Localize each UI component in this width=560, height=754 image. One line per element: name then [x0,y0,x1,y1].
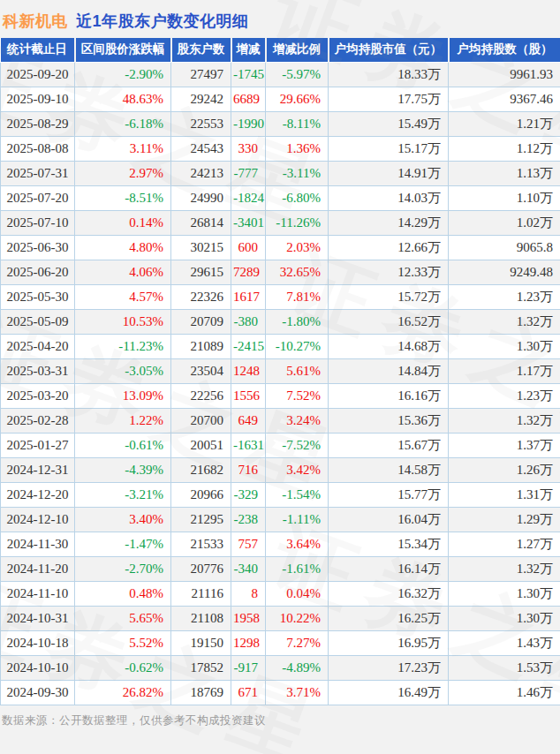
cell-date: 2024-12-31 [1,457,75,482]
column-header-change: 增减 [231,38,266,62]
cell-date: 2024-11-10 [1,581,75,606]
cell-date: 2025-07-31 [1,161,75,185]
cell-price-change: -2.70% [75,556,171,581]
cell-change-ratio: 1.36% [266,136,329,161]
table-header: 统计截止日区间股价涨跌幅股东户数增减增减比例户均持股市值（元）户均持股数（股） [1,38,560,62]
cell-date: 2025-05-30 [1,284,75,309]
column-header-date: 统计截止日 [1,38,75,62]
cell-price-change: -6.18% [75,111,171,136]
cell-change-ratio: 3.64% [266,532,329,556]
cell-change-ratio: 0.04% [266,581,329,606]
cell-change: 671 [231,680,266,705]
cell-avg-market-value: 17.23万 [329,655,449,680]
cell-price-change: -0.62% [75,655,171,680]
cell-holders: 23504 [171,358,231,383]
cell-price-change: 4.80% [75,235,171,260]
table-body: 2025-09-20-2.90%27497-1745-5.97%18.33万99… [1,62,560,705]
table-row: 2024-11-30-1.47%215337573.64%15.34万1.27万 [1,532,560,556]
column-header-avg-market-value: 户均持股市值（元） [329,38,449,62]
cell-date: 2025-02-28 [1,408,75,433]
cell-price-change: 13.09% [75,383,171,408]
cell-holders: 24543 [171,136,231,161]
table-row: 2024-10-315.65%21108195810.22%16.25万1.30… [1,606,560,630]
cell-change-ratio: 5.61% [266,358,329,383]
cell-change-ratio: 7.81% [266,284,329,309]
table-row: 2025-09-20-2.90%27497-1745-5.97%18.33万99… [1,62,560,87]
cell-date: 2024-10-10 [1,655,75,680]
cell-price-change: 0.48% [75,581,171,606]
cell-change-ratio: -3.11% [266,161,329,185]
cell-change: -1824 [231,185,266,210]
cell-change-ratio: 3.71% [266,680,329,705]
cell-date: 2025-03-31 [1,358,75,383]
cell-price-change: -4.39% [75,457,171,482]
cell-avg-shares: 1.46万 [449,680,560,705]
cell-price-change: 2.97% [75,161,171,185]
cell-price-change: -2.90% [75,62,171,87]
cell-change-ratio: -6.80% [266,185,329,210]
cell-avg-market-value: 15.67万 [329,433,449,457]
cell-change: 8 [231,581,266,606]
table-row: 2024-09-3026.82%187696713.71%16.49万1.46万 [1,680,560,705]
cell-holders: 29242 [171,87,231,111]
cell-holders: 21108 [171,606,231,630]
column-header-avg-shares: 户均持股数（股） [449,38,560,62]
cell-avg-shares: 1.23万 [449,284,560,309]
cell-price-change: -8.51% [75,185,171,210]
cell-change-ratio: 32.65% [266,260,329,284]
data-source-note: 数据来源：公开数据整理，仅供参考不构成投资建议 [0,713,560,728]
table-row: 2024-12-103.40%21295-238-1.11%16.04万1.29… [1,507,560,532]
cell-avg-market-value: 14.68万 [329,334,449,358]
cell-change: -1990 [231,111,266,136]
cell-holders: 20776 [171,556,231,581]
cell-change: -340 [231,556,266,581]
cell-avg-market-value: 17.75万 [329,87,449,111]
cell-change-ratio: -11.26% [266,210,329,235]
cell-avg-shares: 1.17万 [449,358,560,383]
cell-date: 2024-11-30 [1,532,75,556]
cell-date: 2025-05-09 [1,309,75,334]
cell-change-ratio: -4.89% [266,655,329,680]
cell-avg-market-value: 15.17万 [329,136,449,161]
cell-avg-shares: 1.02万 [449,210,560,235]
cell-change: -2415 [231,334,266,358]
cell-avg-market-value: 15.49万 [329,111,449,136]
table-row: 2025-08-29-6.18%22553-1990-8.11%15.49万1.… [1,111,560,136]
table-row: 2025-06-204.06%29615728932.65%12.33万9249… [1,260,560,284]
cell-change-ratio: -1.61% [266,556,329,581]
cell-date: 2024-10-18 [1,630,75,655]
cell-avg-market-value: 15.36万 [329,408,449,433]
cell-holders: 27497 [171,62,231,87]
cell-price-change: 3.11% [75,136,171,161]
column-header-price-change: 区间股价涨跌幅 [75,38,171,62]
cell-avg-shares: 1.37万 [449,433,560,457]
cell-avg-shares: 1.32万 [449,309,560,334]
cell-avg-market-value: 16.49万 [329,680,449,705]
cell-avg-shares: 1.31万 [449,482,560,507]
cell-avg-market-value: 12.33万 [329,260,449,284]
cell-change: -1745 [231,62,266,87]
cell-avg-shares: 9961.93 [449,62,560,87]
table-row: 2024-10-185.52%1915012987.27%16.95万1.43万 [1,630,560,655]
cell-change-ratio: 2.03% [266,235,329,260]
cell-change: -3401 [231,210,266,235]
cell-change: -777 [231,161,266,185]
cell-change: 716 [231,457,266,482]
cell-avg-market-value: 18.33万 [329,62,449,87]
cell-change: 1617 [231,284,266,309]
cell-date: 2024-12-10 [1,507,75,532]
cell-avg-shares: 1.27万 [449,532,560,556]
column-header-holders: 股东户数 [171,38,231,62]
cell-change: 330 [231,136,266,161]
cell-avg-shares: 1.30万 [449,606,560,630]
cell-avg-market-value: 15.77万 [329,482,449,507]
cell-change: -380 [231,309,266,334]
cell-price-change: 5.65% [75,606,171,630]
cell-change: 1298 [231,630,266,655]
table-header-row: 统计截止日区间股价涨跌幅股东户数增减增减比例户均持股市值（元）户均持股数（股） [1,38,560,62]
cell-price-change: 5.52% [75,630,171,655]
cell-holders: 29615 [171,260,231,284]
table-row: 2024-11-20-2.70%20776-340-1.61%16.14万1.3… [1,556,560,581]
table-row: 2024-12-31-4.39%216827163.42%14.58万1.26万 [1,457,560,482]
cell-holders: 22256 [171,383,231,408]
